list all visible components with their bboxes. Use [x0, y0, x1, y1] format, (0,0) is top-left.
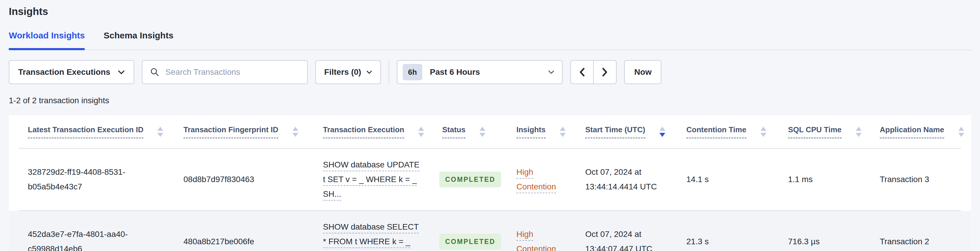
next-time-button[interactable]	[593, 60, 617, 84]
sort-icon[interactable]	[760, 127, 766, 137]
cell-application-name: Transaction 3	[871, 172, 961, 187]
insights-table-card: Latest Transaction Execution ID Transact…	[9, 115, 971, 251]
tab-schema-insights[interactable]: Schema Insights	[103, 30, 173, 50]
cell-sql-cpu-time: 1.1 ms	[779, 172, 871, 187]
chevron-down-icon	[118, 70, 125, 75]
column-header-transaction-execution[interactable]: Transaction Execution	[314, 125, 433, 138]
column-header-insights[interactable]: Insights	[508, 125, 576, 138]
filters-button[interactable]: Filters (0)	[315, 60, 381, 84]
sort-icon[interactable]	[560, 127, 566, 137]
cell-fingerprint-id: 08d8b7d97f830463	[175, 172, 314, 187]
search-icon	[150, 67, 159, 77]
toolbar-divider	[388, 60, 389, 84]
sort-icon[interactable]	[479, 127, 485, 137]
cell-status: COMPLETED	[433, 171, 508, 187]
cell-application-name: Transaction 2	[871, 234, 961, 249]
sort-icon[interactable]	[418, 127, 424, 137]
sort-icon[interactable]	[958, 127, 964, 137]
high-contention-link[interactable]: High Contention	[516, 168, 556, 191]
time-range-label: Past 6 Hours	[430, 67, 541, 77]
column-header-start-time[interactable]: Start Time (UTC)	[576, 125, 678, 138]
insights-page: Insights Workload Insights Schema Insigh…	[0, 0, 980, 251]
column-header-sql-cpu-time[interactable]: SQL CPU Time	[779, 125, 871, 138]
cell-start-time: Oct 07, 2024 at 13:44:14.4414 UTC	[576, 165, 678, 194]
cell-execution-id: 452da3e7-e7fa-4801-aa40-c59988d14eb6	[19, 227, 175, 251]
sort-icon[interactable]	[158, 127, 163, 137]
time-range-badge: 6h	[402, 64, 422, 80]
transaction-execution-link[interactable]: SHOW database SELECT * FROM t WHERE k = …	[323, 222, 419, 251]
table-header-row: Latest Transaction Execution ID Transact…	[19, 115, 961, 149]
execution-type-dropdown-label: Transaction Executions	[18, 67, 110, 77]
chevron-right-icon	[601, 67, 608, 77]
transaction-insights-table: Latest Transaction Execution ID Transact…	[9, 115, 971, 251]
cell-transaction-execution: SHOW database UPDATE t SET v = _ WHERE k…	[314, 157, 433, 201]
column-header-transaction-fingerprint-id[interactable]: Transaction Fingerprint ID	[175, 125, 314, 138]
column-header-latest-transaction-execution-id[interactable]: Latest Transaction Execution ID	[19, 125, 175, 138]
tab-bar: Workload Insights Schema Insights	[9, 30, 971, 50]
high-contention-link[interactable]: High Contention	[516, 230, 556, 251]
status-badge: COMPLETED	[439, 171, 501, 187]
transaction-execution-link[interactable]: SHOW database UPDATE t SET v = _ WHERE k…	[323, 160, 419, 198]
previous-time-button[interactable]	[570, 60, 594, 84]
sort-icon-descending-active[interactable]	[659, 127, 665, 137]
execution-type-dropdown[interactable]: Transaction Executions	[9, 60, 134, 84]
column-header-contention-time[interactable]: Contention Time	[678, 125, 779, 138]
time-range-dropdown[interactable]: 6h Past 6 Hours	[397, 60, 563, 84]
cell-start-time: Oct 07, 2024 at 13:44:07.447 UTC	[576, 227, 678, 251]
status-badge: COMPLETED	[439, 234, 501, 249]
cell-insights: High Contention	[508, 227, 576, 251]
cell-contention-time: 21.3 s	[678, 234, 779, 249]
chevron-left-icon	[579, 67, 585, 77]
search-input[interactable]	[165, 67, 299, 77]
toolbar: Transaction Executions Filters (0) 6h Pa…	[9, 60, 971, 84]
table-row: 452da3e7-e7fa-4801-aa40-c59988d14eb6 480…	[19, 211, 961, 251]
column-header-application-name[interactable]: Application Name	[871, 125, 971, 138]
chevron-down-icon	[548, 70, 554, 74]
cell-status: COMPLETED	[433, 234, 508, 249]
page-title: Insights	[9, 0, 971, 18]
cell-fingerprint-id: 480a8b217be006fe	[175, 234, 314, 249]
cell-sql-cpu-time: 716.3 µs	[779, 234, 871, 249]
chevron-down-icon	[366, 70, 372, 74]
cell-transaction-execution: SHOW database SELECT * FROM t WHERE k = …	[314, 220, 433, 251]
now-button[interactable]: Now	[624, 60, 662, 84]
search-box[interactable]	[142, 60, 308, 84]
filters-button-label: Filters (0)	[324, 67, 361, 77]
column-header-status[interactable]: Status	[433, 125, 508, 138]
sort-icon[interactable]	[293, 127, 298, 137]
table-row: 328729d2-ff19-4408-8531-b05a5b4e43c7 08d…	[19, 149, 961, 211]
sort-icon[interactable]	[856, 127, 862, 137]
cell-insights: High Contention	[508, 165, 576, 194]
cell-execution-id: 328729d2-ff19-4408-8531-b05a5b4e43c7	[19, 165, 175, 194]
results-summary: 1-2 of 2 transaction insights	[9, 96, 971, 105]
cell-contention-time: 14.1 s	[678, 172, 779, 187]
tab-workload-insights[interactable]: Workload Insights	[9, 30, 85, 50]
time-pager	[570, 60, 617, 84]
